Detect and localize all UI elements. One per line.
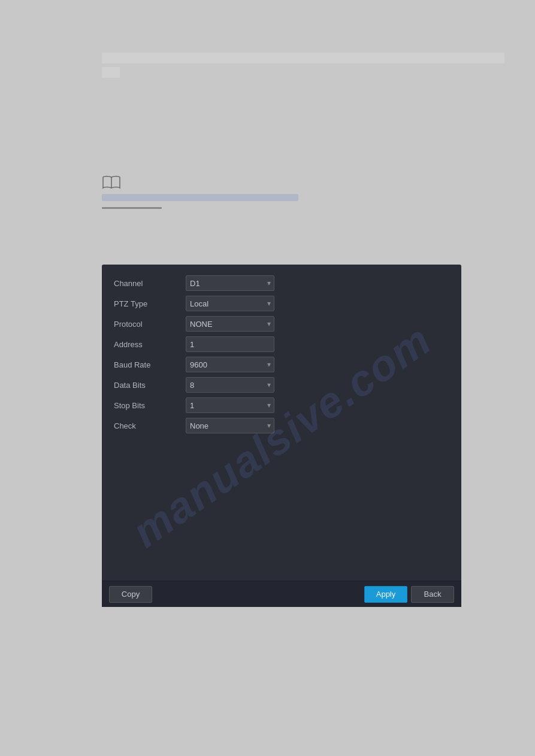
- baud-rate-select-wrapper: 1200 2400 4800 9600 19200 38400 57600 11…: [186, 357, 274, 372]
- channel-select-wrapper: D1 D2 D3 D4: [186, 275, 274, 291]
- baud-rate-select[interactable]: 1200 2400 4800 9600 19200 38400 57600 11…: [186, 357, 274, 372]
- button-bar: Copy Apply Back: [102, 581, 461, 607]
- book-line: [102, 207, 162, 209]
- copy-button[interactable]: Copy: [109, 586, 152, 603]
- data-bits-label: Data Bits: [114, 381, 186, 390]
- stop-bits-row: Stop Bits 1 2: [114, 396, 449, 414]
- ptz-type-select[interactable]: Local Remote: [186, 296, 274, 311]
- ptz-type-label: PTZ Type: [114, 299, 186, 308]
- channel-row: Channel D1 D2 D3 D4: [114, 274, 449, 292]
- protocol-label: Protocol: [114, 320, 186, 329]
- main-panel: Channel D1 D2 D3 D4 PTZ Type Local Remot…: [102, 265, 461, 607]
- protocol-select-wrapper: NONE PELCO-D PELCO-P: [186, 316, 274, 332]
- check-select-wrapper: None Odd Even Mark Space: [186, 418, 274, 433]
- data-bits-select-wrapper: 5 6 7 8: [186, 377, 274, 393]
- check-label: Check: [114, 421, 186, 430]
- book-icon: [102, 175, 121, 190]
- top-bar-sub: [102, 67, 120, 78]
- ptz-type-row: PTZ Type Local Remote: [114, 294, 449, 312]
- stop-bits-select[interactable]: 1 2: [186, 397, 274, 413]
- form-area: Channel D1 D2 D3 D4 PTZ Type Local Remot…: [102, 265, 461, 581]
- baud-rate-label: Baud Rate: [114, 360, 186, 369]
- channel-select[interactable]: D1 D2 D3 D4: [186, 275, 274, 291]
- back-button[interactable]: Back: [411, 586, 454, 603]
- channel-label: Channel: [114, 279, 186, 288]
- address-input[interactable]: [186, 336, 274, 352]
- protocol-select[interactable]: NONE PELCO-D PELCO-P: [186, 316, 274, 332]
- address-row: Address: [114, 335, 449, 353]
- book-icon-area: [102, 175, 298, 209]
- data-bits-row: Data Bits 5 6 7 8: [114, 376, 449, 394]
- address-label: Address: [114, 340, 186, 349]
- check-row: Check None Odd Even Mark Space: [114, 417, 449, 435]
- baud-rate-row: Baud Rate 1200 2400 4800 9600 19200 3840…: [114, 356, 449, 374]
- top-bar: [102, 53, 504, 63]
- apply-button[interactable]: Apply: [364, 586, 407, 603]
- stop-bits-select-wrapper: 1 2: [186, 397, 274, 413]
- check-select[interactable]: None Odd Even Mark Space: [186, 418, 274, 433]
- protocol-row: Protocol NONE PELCO-D PELCO-P: [114, 315, 449, 333]
- stop-bits-label: Stop Bits: [114, 401, 186, 410]
- book-bar: [102, 194, 298, 201]
- data-bits-select[interactable]: 5 6 7 8: [186, 377, 274, 393]
- ptz-type-select-wrapper: Local Remote: [186, 296, 274, 311]
